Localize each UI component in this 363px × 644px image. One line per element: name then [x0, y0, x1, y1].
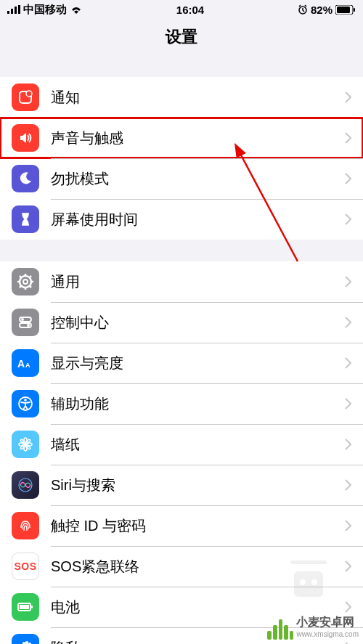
hand-icon [12, 634, 39, 644]
battery-icon [12, 593, 39, 621]
wifi-icon [70, 5, 83, 14]
svg-point-23 [27, 324, 30, 327]
chevron-right-icon [345, 276, 351, 288]
row-label: 勿扰模式 [51, 169, 345, 189]
notifications-icon [12, 83, 39, 111]
row-label: Siri与搜索 [51, 476, 345, 495]
row-label: 辅助功能 [51, 394, 345, 414]
row-display[interactable]: AA 显示与亮度 [0, 343, 363, 383]
battery-icon [335, 5, 356, 15]
chevron-right-icon [345, 479, 351, 491]
accessibility-icon [12, 390, 39, 417]
svg-rect-42 [294, 571, 323, 597]
row-touchid[interactable]: 触控 ID 与密码 [0, 505, 363, 546]
sound-icon [12, 124, 39, 152]
svg-rect-43 [290, 561, 327, 564]
moon-icon [12, 165, 39, 192]
siri-icon [12, 471, 39, 499]
svg-rect-7 [354, 8, 355, 12]
svg-point-30 [24, 447, 27, 451]
watermark-url: www.xmsigma.com [296, 630, 359, 638]
svg-point-27 [24, 399, 27, 402]
toggle-icon [12, 309, 39, 336]
row-label: 通用 [51, 272, 345, 292]
svg-rect-1 [11, 9, 13, 14]
carrier-label: 中国移动 [23, 3, 67, 17]
row-siri[interactable]: Siri与搜索 [0, 465, 363, 505]
row-label: 声音与触感 [51, 129, 345, 148]
chevron-right-icon [345, 173, 351, 184]
svg-line-17 [30, 286, 31, 288]
svg-rect-0 [7, 11, 9, 14]
chevron-right-icon [345, 132, 351, 144]
battery-percent: 82% [311, 4, 333, 16]
row-accessibility[interactable]: 辅助功能 [0, 383, 363, 424]
row-dnd[interactable]: 勿扰模式 [0, 158, 363, 199]
gear-icon [12, 268, 39, 295]
watermark-text: 小麦安卓网 [296, 615, 359, 630]
svg-point-10 [20, 276, 31, 288]
row-wallpaper[interactable]: 墙纸 [0, 424, 363, 465]
hourglass-icon [12, 205, 39, 233]
svg-point-31 [19, 443, 23, 446]
chevron-right-icon [345, 398, 351, 409]
svg-point-9 [26, 91, 32, 97]
svg-line-19 [30, 276, 31, 277]
chevron-right-icon [345, 601, 351, 613]
row-label: 触控 ID 与密码 [51, 516, 345, 536]
status-bar: 中国移动 16:04 82% [0, 0, 363, 19]
row-sounds[interactable]: 声音与触感 [0, 118, 363, 158]
svg-point-32 [28, 443, 32, 446]
svg-point-21 [21, 318, 24, 321]
flower-icon [12, 431, 39, 458]
row-label: 屏幕使用时间 [51, 210, 345, 229]
svg-point-44 [300, 579, 306, 585]
text-size-icon: AA [12, 349, 39, 377]
signal-icon [7, 5, 20, 14]
svg-line-16 [20, 276, 21, 277]
svg-point-45 [311, 579, 317, 585]
svg-rect-3 [18, 5, 20, 14]
clock: 16:04 [176, 4, 204, 16]
page-title: 设置 [166, 26, 197, 48]
settings-group-1: 通知 声音与触感 勿扰模式 屏幕使用时间 [0, 77, 363, 240]
row-label: 墙纸 [51, 435, 345, 455]
chevron-right-icon [345, 213, 351, 225]
chevron-right-icon [345, 439, 351, 450]
svg-rect-40 [20, 605, 29, 609]
watermark-logo-icon [267, 614, 293, 640]
svg-text:A: A [17, 358, 25, 370]
row-label: 显示与亮度 [51, 354, 345, 373]
nav-bar: 设置 [0, 19, 363, 55]
chevron-right-icon [345, 317, 351, 328]
svg-line-18 [20, 286, 21, 288]
row-label: 通知 [51, 88, 345, 107]
svg-rect-39 [31, 606, 33, 608]
chevron-right-icon [345, 91, 351, 103]
alarm-icon [298, 4, 308, 15]
svg-text:A: A [25, 362, 30, 369]
fingerprint-icon [12, 512, 39, 539]
svg-rect-6 [337, 7, 350, 13]
svg-point-11 [23, 280, 28, 284]
chevron-right-icon [345, 357, 351, 369]
row-notifications[interactable]: 通知 [0, 77, 363, 118]
watermark: 小麦安卓网 www.xmsigma.com [267, 614, 359, 640]
sos-icon: SOS [12, 553, 39, 580]
svg-point-28 [23, 442, 28, 447]
row-label: 控制中心 [51, 313, 345, 333]
chevron-right-icon [345, 520, 351, 531]
row-general[interactable]: 通用 [0, 261, 363, 302]
svg-rect-2 [15, 7, 17, 14]
chevron-right-icon [345, 561, 351, 572]
row-control[interactable]: 控制中心 [0, 302, 363, 343]
svg-point-29 [24, 438, 27, 442]
row-screentime[interactable]: 屏幕使用时间 [0, 199, 363, 240]
watermark-ghost-icon [280, 553, 338, 611]
